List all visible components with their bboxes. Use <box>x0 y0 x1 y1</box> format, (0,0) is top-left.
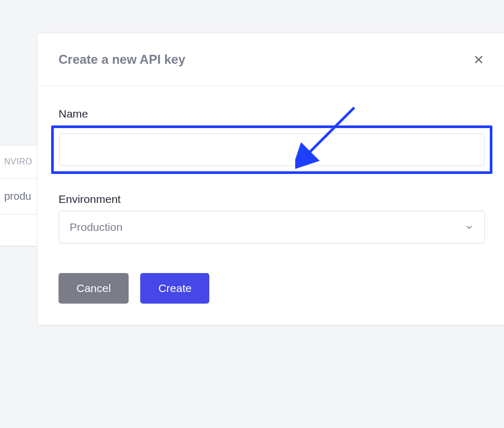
environment-field-group: Environment Production <box>59 193 485 244</box>
modal-header: Create a new API key <box>37 33 504 86</box>
name-input[interactable] <box>59 133 484 166</box>
bg-sidebar-empty <box>0 215 42 246</box>
name-highlight-annotation <box>51 125 492 174</box>
button-row: Cancel Create <box>59 273 485 304</box>
environment-value: Production <box>70 221 122 234</box>
environment-label: Environment <box>59 193 485 206</box>
background-sidebar: NVIRO produ <box>0 145 42 247</box>
create-api-key-modal: Create a new API key Name Environment Pr… <box>37 33 504 325</box>
name-field-group: Name <box>59 108 485 174</box>
name-label: Name <box>59 108 485 120</box>
close-icon[interactable] <box>472 53 485 66</box>
modal-body: Name Environment Production Cancel Creat… <box>37 86 504 325</box>
bg-sidebar-item: produ <box>0 179 42 215</box>
create-button[interactable]: Create <box>140 273 209 304</box>
bg-sidebar-header: NVIRO <box>0 145 42 179</box>
chevron-down-icon <box>464 222 474 232</box>
cancel-button[interactable]: Cancel <box>59 273 129 304</box>
modal-title: Create a new API key <box>59 52 186 67</box>
environment-select[interactable]: Production <box>59 211 485 244</box>
